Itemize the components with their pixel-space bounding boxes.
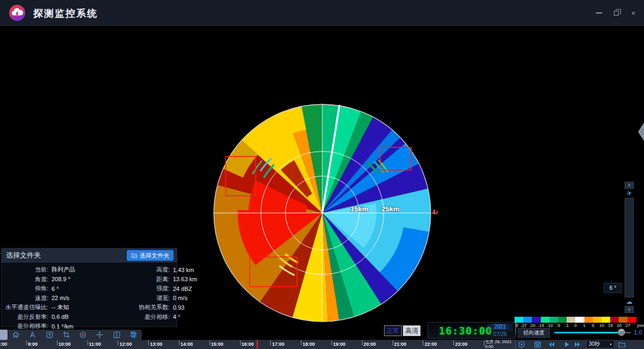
close-button[interactable]: × [629, 9, 638, 17]
radial-velocity-button[interactable]: 径向速度 [518, 328, 550, 338]
timeline-tick [453, 340, 454, 345]
open-folder-button[interactable] [618, 340, 626, 348]
info-label: 速度: [2, 294, 52, 302]
timeline-tick [393, 340, 393, 345]
color-scale-swatch: -27 [523, 317, 532, 323]
timeline-hour-label: 16:00 [242, 341, 254, 347]
elevation-up-button[interactable]: ∧ [625, 182, 634, 189]
color-scale-swatch: -10 [549, 317, 558, 323]
radar-ppi-plot: 15km25km44.16km [207, 97, 438, 329]
normal-mode-button[interactable]: 正常 [384, 325, 402, 336]
color-scale-label: 10 [599, 323, 604, 328]
record-icon[interactable] [79, 331, 88, 339]
color-scale-label: 0 [574, 323, 576, 328]
timeline-hour-label: 11:00 [89, 341, 102, 347]
play-button[interactable] [562, 340, 571, 348]
select-folder-button[interactable]: 选择文件夹 [127, 250, 173, 261]
max-range-label: 44.16km [432, 208, 438, 216]
info-label: 强度: [107, 284, 173, 293]
timeline-tick [423, 340, 423, 345]
timeline-tick [270, 340, 271, 345]
range-ring-label: 15km [350, 205, 368, 213]
color-scale-swatch: 20 [619, 317, 627, 323]
timeline-cursor[interactable] [257, 340, 258, 349]
timeline-hour-label: 20:00 [364, 341, 376, 347]
opacity-slider-value: 1.0 [634, 329, 642, 336]
compass-icon[interactable] [28, 331, 37, 339]
range-ring-label: 25km [381, 205, 399, 213]
color-scale-swatch: 27 [627, 317, 636, 323]
info-value: 6 ° [52, 286, 107, 292]
timeline-tick [209, 340, 210, 345]
info-value: 0 m/s [173, 295, 197, 301]
vertical-profile-icon[interactable] [112, 331, 121, 339]
elevation-slider-track[interactable] [625, 198, 634, 297]
timeline-tick [179, 340, 179, 345]
playback-mode-icon[interactable] [517, 340, 526, 348]
crop-icon[interactable] [62, 331, 70, 339]
color-scale-label: -5 [556, 323, 560, 328]
minimize-button[interactable] [595, 9, 603, 17]
timeline-tick [26, 340, 27, 345]
info-label: 距离: [107, 275, 173, 283]
timeline-hour-label: 10:00 [59, 341, 71, 347]
info-value: 22 m/s [52, 295, 107, 301]
timeline-tick [240, 340, 241, 345]
clock-date: 07/25 [487, 330, 513, 337]
info-value: 1.43 km [173, 267, 197, 273]
home-icon[interactable] [12, 331, 20, 339]
info-value: 0.1 °/km [52, 323, 107, 330]
color-scale-swatch: 15 [610, 317, 619, 323]
timeline-hour-label: 13:00 [150, 341, 162, 347]
info-value: 0.93 [173, 304, 197, 311]
select-folder-button-label: 选择文件夹 [140, 252, 169, 260]
clock-time: 16:30:00 [439, 325, 493, 337]
color-scale-swatch: -1 [567, 317, 575, 323]
elevation-down-button[interactable]: ∨ [625, 306, 634, 313]
calendar-icon[interactable] [533, 340, 542, 348]
color-scale-swatch: 0 [575, 317, 584, 323]
info-label: 高度: [107, 266, 173, 274]
clock-panel: 16:30:00 2021 07/25 [428, 322, 516, 339]
guide-icon[interactable]: 导 [129, 331, 138, 339]
timeline-hour-label: 19:00 [333, 341, 345, 347]
info-label: 差分相移: [107, 313, 173, 321]
timeline-next-date: 七月 26, 2021 0:00 [485, 340, 511, 349]
timeline-tick [118, 340, 118, 345]
right-drawer-handle[interactable] [637, 122, 644, 144]
info-label: 当前: [2, 266, 52, 274]
info-panel-title: 选择文件夹 [6, 251, 41, 260]
pan-move-icon[interactable] [96, 331, 104, 339]
rewind-button[interactable] [547, 340, 556, 348]
color-scale-label: -20 [529, 323, 536, 328]
info-value: 24 dBZ [173, 286, 197, 292]
page-title: 探测监控系统 [33, 7, 98, 20]
timeline-separator [515, 340, 516, 349]
clock-year: 2021 [487, 324, 513, 330]
toolbar-collapse-handle[interactable] [0, 330, 8, 340]
info-value: -- 未知 [52, 303, 107, 311]
color-scale-swatch: -5 [558, 317, 567, 323]
info-label: 差分相移率: [2, 322, 52, 330]
product-info-panel: 选择文件夹 选择文件夹 当前:阵列产品高度:1.43 km角度:208.9 °距… [1, 248, 177, 327]
color-scale-swatch: -15 [541, 317, 549, 323]
restore-button[interactable] [612, 9, 620, 17]
timeline-hour-label: 14:00 [180, 341, 193, 347]
info-label: 差分反射率: [2, 313, 52, 321]
fast-forward-button[interactable] [573, 340, 582, 348]
color-scale-label: -1 [565, 323, 569, 328]
cloud-icon[interactable]: ☁ [625, 297, 634, 306]
playback-speed-select[interactable]: 30秒 ▾ [586, 340, 614, 348]
timeline-tick [88, 340, 88, 345]
hd-mode-button[interactable]: 高清 [403, 325, 421, 336]
timeline-tick [362, 340, 363, 345]
info-label: 谱宽: [107, 294, 173, 302]
info-label: 角度: [2, 275, 52, 283]
opacity-slider-fill [554, 332, 620, 333]
info-value: 4 ° [173, 314, 197, 320]
timeline-tick [57, 340, 57, 345]
map-marker-icon[interactable] [45, 331, 54, 339]
playback-speed-value: 30秒 [589, 340, 600, 348]
color-scale-label: 5 [592, 323, 594, 328]
opacity-slider-handle[interactable] [618, 329, 625, 336]
